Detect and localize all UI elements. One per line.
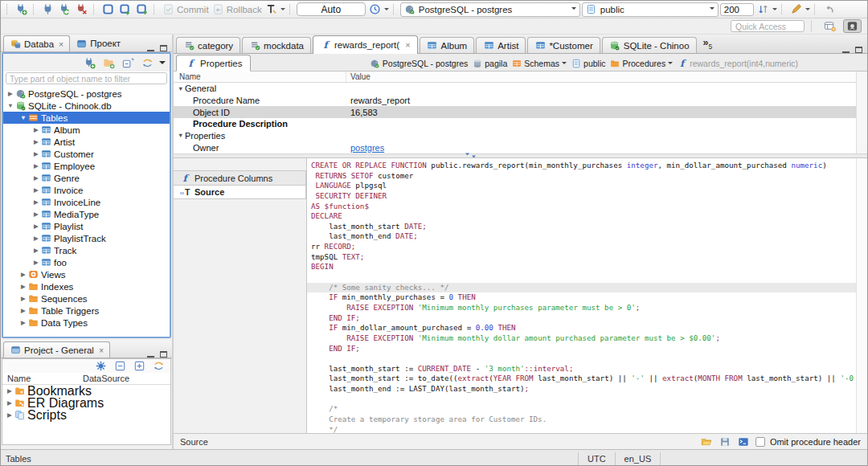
side-tab-procedure-columns[interactable]: fProcedure Columns: [174, 170, 306, 185]
transaction-history-button[interactable]: [367, 2, 389, 17]
tree-item-employee[interactable]: ▶Employee: [3, 160, 170, 172]
chevron-right-icon[interactable]: ▶: [32, 126, 40, 133]
editor-tab-album[interactable]: Album: [420, 37, 475, 53]
disconnect-icon[interactable]: [74, 2, 89, 17]
collapse-all-icon[interactable]: [121, 55, 136, 70]
chevron-right-icon[interactable]: ▶: [19, 307, 27, 314]
chevron-right-icon[interactable]: ▶: [32, 174, 40, 182]
chevron-down-icon[interactable]: ▼: [6, 102, 14, 109]
property-row-object-id[interactable]: Object ID16,583: [174, 106, 856, 118]
editor-tab-sqlite-chinoo[interactable]: SQLite - Chinoo: [602, 37, 697, 53]
tree-item-track[interactable]: ▶Track: [3, 244, 170, 256]
property-row-properties[interactable]: ▼Properties: [174, 130, 856, 142]
chevron-right-icon[interactable]: ▶: [32, 223, 40, 230]
property-value[interactable]: postgres: [346, 143, 384, 153]
breadcrumb-pagila[interactable]: pagila: [472, 59, 507, 68]
properties-scrollbar[interactable]: [856, 72, 868, 153]
chevron-right-icon[interactable]: ▶: [32, 198, 40, 206]
chevron-down-icon[interactable]: [668, 62, 673, 67]
column-datasource[interactable]: DataSource: [83, 374, 129, 383]
column-value[interactable]: Value: [346, 72, 371, 81]
chevron-right-icon[interactable]: ▶: [32, 138, 40, 145]
property-row-procedure-description[interactable]: Procedure Description: [174, 118, 856, 130]
open-perspective-button[interactable]: [821, 19, 839, 33]
tree-item-album[interactable]: ▶Album: [3, 124, 170, 136]
source-code-editor[interactable]: CREATE OR REPLACE FUNCTION public.reward…: [306, 158, 856, 433]
project-item-scripts[interactable]: ▶Scripts: [2, 409, 170, 421]
transaction-log-button[interactable]: [264, 2, 285, 17]
chevron-right-icon[interactable]: ▶: [6, 399, 14, 407]
tab-overflow-indicator[interactable]: »5: [703, 37, 713, 51]
close-icon[interactable]: ×: [405, 40, 410, 50]
column-name[interactable]: Name: [174, 72, 346, 82]
tree-item-sequences[interactable]: ▶Sequences: [3, 292, 170, 305]
gear-icon[interactable]: [93, 359, 108, 374]
tree-item-mediatype[interactable]: ▶MediaType: [3, 208, 170, 220]
close-icon[interactable]: ×: [59, 39, 63, 49]
connection-selector[interactable]: PostgreSQL - postgres: [400, 2, 580, 17]
collapse-all-icon[interactable]: [113, 359, 128, 374]
property-row-procedure-name[interactable]: Procedure Namerewards_report: [174, 95, 856, 107]
tree-item-customer[interactable]: ▶Customer: [3, 148, 170, 160]
chevron-right-icon[interactable]: ▶: [32, 186, 40, 194]
editor-tab-category[interactable]: category: [176, 37, 240, 53]
breadcrumb-public[interactable]: public: [571, 59, 605, 68]
open-sql-script-icon[interactable]: [117, 2, 133, 17]
reconnect-icon[interactable]: [57, 2, 72, 17]
property-row-general[interactable]: ▼General: [174, 83, 856, 95]
tab-database-navigator[interactable]: Databa ×: [3, 35, 70, 51]
new-connection-icon[interactable]: [82, 55, 97, 70]
omit-procedure-header-checkbox[interactable]: [755, 437, 765, 447]
new-connection-icon[interactable]: [14, 2, 29, 17]
chevron-down-icon[interactable]: [562, 62, 567, 67]
chevron-down-icon[interactable]: ▼: [19, 114, 27, 121]
breadcrumb-postgresql-postgres[interactable]: PostgreSQL - postgres: [370, 59, 468, 68]
expand-all-icon[interactable]: [132, 359, 147, 374]
chevron-right-icon[interactable]: ▶: [32, 211, 40, 218]
tree-item-invoiceline[interactable]: ▶InvoiceLine: [3, 196, 170, 208]
chevron-right-icon[interactable]: ▶: [6, 387, 14, 394]
chevron-right-icon[interactable]: ▶: [6, 411, 14, 419]
view-menu-icon[interactable]: [159, 61, 166, 67]
chevron-right-icon[interactable]: ▶: [32, 259, 40, 266]
tree-item-foo[interactable]: ▶foo: [3, 256, 170, 268]
breadcrumb-schemas[interactable]: Schemas: [511, 59, 567, 68]
chevron-right-icon[interactable]: ▶: [32, 162, 40, 170]
tree-item-postgresql-postgres[interactable]: ▶PostgreSQL - postgres: [3, 88, 170, 100]
fetch-size-input[interactable]: [720, 3, 754, 16]
tree-item-invoice[interactable]: ▶Invoice: [3, 184, 170, 196]
chevron-right-icon[interactable]: ▶: [19, 319, 27, 326]
editor-tab--customer[interactable]: *Customer: [527, 37, 600, 53]
tree-item-genre[interactable]: ▶Genre: [3, 172, 170, 184]
open-in-console-icon[interactable]: [737, 435, 751, 448]
chevron-down-icon[interactable]: ▼: [178, 132, 185, 139]
tree-item-artist[interactable]: ▶Artist: [3, 136, 170, 148]
maximize-icon[interactable]: [160, 351, 167, 358]
property-row-owner[interactable]: Ownerpostgres: [174, 141, 856, 153]
new-sql-editor-icon[interactable]: [134, 2, 149, 17]
sql-editor-icon[interactable]: [100, 2, 116, 17]
object-filter-input[interactable]: [6, 72, 167, 84]
chevron-right-icon[interactable]: ▶: [19, 295, 27, 302]
close-icon[interactable]: ×: [99, 345, 104, 355]
tree-item-playlist[interactable]: ▶Playlist: [3, 220, 170, 232]
link-with-editor-icon[interactable]: [151, 359, 166, 374]
commit-mode-button[interactable]: Auto: [297, 2, 366, 16]
tree-item-sqlite-chinook-db[interactable]: ▼SQLite - Chinook.db: [3, 100, 170, 112]
column-name[interactable]: Name: [2, 374, 83, 383]
tab-properties[interactable]: f Properties: [176, 55, 251, 72]
connect-icon[interactable]: [40, 2, 55, 17]
chevron-right-icon[interactable]: ▶: [19, 283, 27, 290]
maximize-icon[interactable]: [855, 47, 862, 53]
tree-item-data-types[interactable]: ▶Data Types: [3, 317, 170, 329]
minimize-icon[interactable]: [842, 47, 850, 53]
schema-selector[interactable]: public: [582, 2, 719, 17]
tree-item-playlisttrack[interactable]: ▶PlaylistTrack: [3, 232, 170, 244]
chevron-right-icon[interactable]: ▶: [19, 271, 27, 278]
side-tab-source[interactable]: ‹›TSource: [174, 185, 306, 199]
quick-access-input[interactable]: [731, 20, 805, 32]
editor-tab-artist[interactable]: Artist: [476, 37, 526, 53]
chevron-right-icon[interactable]: ▶: [6, 90, 14, 97]
save-to-file-icon[interactable]: [719, 435, 732, 448]
breadcrumb-rewards-report-int4-numeric-[interactable]: frewards_report(int4,numeric): [677, 59, 798, 68]
